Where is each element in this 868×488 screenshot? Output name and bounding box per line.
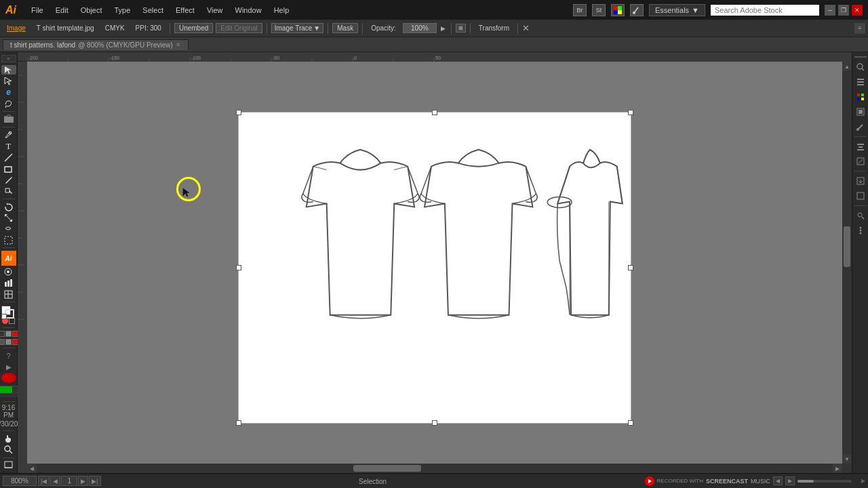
swatch-dark[interactable]: [0, 339, 5, 345]
line-tool[interactable]: [1, 153, 16, 163]
playback-next[interactable]: ▶: [785, 476, 795, 485]
prev-page-btn[interactable]: ◀: [50, 476, 60, 486]
zoom-panel-btn[interactable]: [854, 209, 867, 222]
pen-tool[interactable]: [1, 129, 16, 139]
playback-progress[interactable]: [797, 480, 852, 483]
panel-options-button[interactable]: ≡: [854, 23, 865, 34]
handle-mr[interactable]: [628, 265, 633, 270]
handle-ml[interactable]: [236, 265, 241, 270]
image-trace-dropdown[interactable]: Image Trace ▼: [271, 23, 324, 33]
transform-panel-btn[interactable]: [854, 155, 867, 168]
menu-object[interactable]: Object: [75, 5, 108, 16]
handle-tc[interactable]: [432, 110, 437, 115]
stock-search-input[interactable]: [711, 5, 819, 16]
last-page-btn[interactable]: ▶|: [89, 476, 100, 486]
swatches-panel-btn[interactable]: [854, 105, 867, 119]
paint-bucket-tool[interactable]: [1, 186, 16, 196]
first-page-btn[interactable]: |◀: [38, 476, 50, 486]
doc-tab-close[interactable]: ✕: [176, 41, 181, 48]
bottom-collapse[interactable]: ▶: [859, 478, 868, 484]
scrollbar-horizontal[interactable]: ◀ ▶: [27, 464, 842, 473]
swatch-gray[interactable]: [5, 331, 12, 337]
align-panel-btn[interactable]: [854, 140, 867, 153]
document-tab-active[interactable]: t shirt patterns. lafond @ 800% (CMYK/GP…: [3, 39, 189, 50]
unembed-button[interactable]: Unembed: [174, 23, 213, 33]
handle-tl[interactable]: [236, 110, 241, 115]
opacity-arrow[interactable]: ▶: [439, 25, 447, 32]
scale-tool[interactable]: [1, 213, 16, 222]
pencil-tool[interactable]: [1, 175, 16, 184]
slice-tool[interactable]: [1, 289, 16, 299]
paintbrush-icon-btn[interactable]: [630, 4, 644, 16]
scrollbar-thumb-h[interactable]: [353, 465, 421, 472]
more-panel-btn[interactable]: [854, 224, 867, 237]
mask-button[interactable]: Mask: [332, 23, 358, 33]
scroll-up-button[interactable]: ▲: [842, 62, 852, 71]
align-button[interactable]: ⊞: [456, 24, 466, 33]
direct-selection-tool[interactable]: [1, 76, 16, 85]
artboard-panel-button[interactable]: [1, 461, 16, 470]
canvas-area[interactable]: -200 -150 -100 -50 0 50: [18, 52, 852, 473]
menu-view[interactable]: View: [201, 5, 229, 16]
transform-label[interactable]: Transform: [475, 23, 513, 33]
lasso-tool[interactable]: [1, 98, 16, 108]
scrollbar-vertical[interactable]: ▲ ▼: [842, 62, 852, 473]
handle-br[interactable]: [628, 420, 633, 426]
fill-stroke-swatches[interactable]: [1, 306, 16, 315]
menu-edit[interactable]: Edit: [50, 5, 74, 16]
expand-right-panel[interactable]: [854, 174, 867, 188]
type-tool[interactable]: T: [1, 141, 16, 152]
toolbar-collapse[interactable]: «: [1, 55, 16, 62]
next-page-btn[interactable]: ▶: [78, 476, 88, 486]
free-transform-tool[interactable]: [1, 235, 16, 245]
menu-help[interactable]: Help: [269, 5, 295, 16]
symbol-sprayer-tool[interactable]: [1, 267, 16, 277]
brushes-panel-btn[interactable]: [854, 120, 867, 134]
playback-prev[interactable]: ◀: [773, 476, 783, 485]
zoom-tool[interactable]: [1, 445, 16, 455]
color-panel-btn[interactable]: [854, 90, 867, 104]
rotate-tool[interactable]: [1, 202, 16, 211]
more-options-button[interactable]: ✕: [522, 23, 530, 33]
menu-file[interactable]: File: [26, 5, 49, 16]
page-number-input[interactable]: [61, 476, 77, 486]
minimize-button[interactable]: ─: [825, 5, 835, 16]
search-panel-btn[interactable]: [854, 60, 867, 74]
scroll-left-button[interactable]: ◀: [27, 464, 37, 473]
collapse-right-panel[interactable]: [854, 189, 867, 203]
menu-select[interactable]: Select: [137, 5, 169, 16]
graph-tool[interactable]: [1, 278, 16, 287]
workspace-selector[interactable]: Essentials ▼: [649, 4, 705, 16]
menu-window[interactable]: Window: [230, 5, 267, 16]
warp-tool[interactable]: [1, 224, 16, 234]
handle-bl[interactable]: [236, 420, 241, 426]
expand-toolbar[interactable]: ▶: [1, 362, 16, 371]
scroll-right-button[interactable]: ▶: [833, 464, 842, 473]
opacity-input[interactable]: [403, 23, 437, 33]
scroll-down-button[interactable]: ▼: [842, 454, 852, 464]
stock-button[interactable]: St: [592, 4, 606, 16]
rectangle-tool[interactable]: [1, 164, 16, 174]
help-button[interactable]: ?: [1, 351, 16, 361]
scrollbar-thumb-v[interactable]: [844, 226, 850, 267]
restore-button[interactable]: ❐: [838, 5, 849, 16]
handle-bc[interactable]: [432, 420, 437, 426]
edit-original-button[interactable]: Edit Original: [216, 23, 262, 33]
menu-type[interactable]: Type: [109, 5, 136, 16]
image-label[interactable]: Image: [3, 23, 30, 33]
handle-tr[interactable]: [628, 110, 633, 115]
swatch-med[interactable]: [5, 339, 12, 345]
menu-effect[interactable]: Effect: [170, 5, 200, 16]
magic-wand-tool[interactable]: e: [1, 87, 16, 97]
swap-icon[interactable]: [1, 314, 7, 319]
zoom-input[interactable]: [3, 476, 37, 486]
hand-tool[interactable]: [1, 434, 16, 443]
selection-tool[interactable]: [1, 65, 16, 75]
artboard-tool[interactable]: [1, 114, 16, 123]
libraries-btn[interactable]: [854, 75, 867, 89]
close-button[interactable]: ✕: [852, 5, 863, 16]
color-mode-button[interactable]: [611, 4, 625, 16]
color-mode-none[interactable]: [9, 318, 15, 324]
bridge-button[interactable]: Br: [573, 4, 587, 16]
swatch-black[interactable]: [0, 331, 5, 337]
